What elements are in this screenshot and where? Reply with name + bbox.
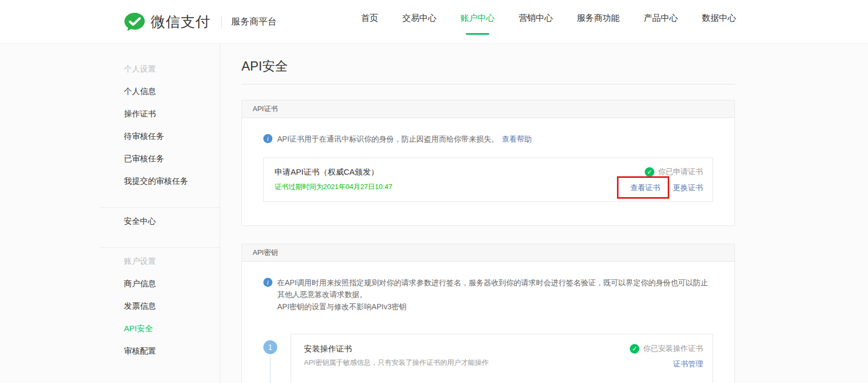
nav-product-center[interactable]: 产品中心	[644, 9, 678, 35]
check-circle-icon: ✓	[645, 167, 654, 177]
nav-service-provider-features[interactable]: 服务商功能	[577, 9, 620, 35]
sidebar-item-pending-review-tasks[interactable]: 待审核任务	[124, 125, 220, 147]
check-circle-icon: ✓	[630, 344, 639, 354]
step-install-cert: 1 安装操作证书 API密钥属于敏感信息，只有安装了操作证书的用户才能操作 ✓	[263, 334, 713, 383]
sidebar-item-my-submitted-review-tasks[interactable]: 我提交的审核任务	[124, 170, 220, 192]
sidebar-item-api-security[interactable]: API安全	[124, 317, 220, 340]
api-key-section-title: API密钥	[242, 244, 734, 262]
logo-text: 微信支付	[151, 12, 210, 32]
sidebar: 个人设置 个人信息 操作证书 待审核任务 已审核任务 我提交的审核任务 安全中心…	[0, 44, 220, 383]
nav-transaction-center[interactable]: 交易中心	[402, 9, 436, 35]
step-number-badge: 1	[263, 340, 277, 354]
nav-marketing-center[interactable]: 营销中心	[519, 9, 553, 35]
view-cert-link[interactable]: 查看证书	[630, 183, 660, 192]
cert-box-title: 申请API证书（权威CA颁发）	[275, 167, 392, 177]
top-nav: 首页 交易中心 账户中心 营销中心 服务商功能 产品中心 数据中心	[361, 9, 736, 35]
sidebar-group-account-settings: 账户设置	[124, 250, 220, 272]
step-box: 安装操作证书 API密钥属于敏感信息，只有安装了操作证书的用户才能操作 ✓ 你已…	[291, 334, 713, 383]
sidebar-divider	[99, 247, 220, 248]
brand-divider	[221, 15, 222, 28]
cert-box-left: 申请API证书（权威CA颁发） 证书过期时间为2021年04月27日10:47	[275, 167, 392, 193]
step-description: API密钥属于敏感信息，只有安装了操作证书的用户才能操作	[304, 358, 489, 368]
main-content: API安全 API证书 i API证书用于在通讯中标识你的身份，防止因盗用而给你…	[220, 44, 868, 383]
sidebar-item-operation-cert[interactable]: 操作证书	[124, 103, 220, 125]
step-connector-line	[270, 357, 271, 383]
cert-installed-status: 你已安装操作证书	[643, 344, 703, 354]
view-help-link[interactable]: 查看帮助	[502, 133, 532, 145]
api-key-info-row: i 在API调用时用来按照指定规则对你的请求参数进行签名，服务器收到你的请求时会…	[263, 277, 713, 312]
sidebar-item-security-center[interactable]: 安全中心	[124, 210, 220, 232]
nav-account-center[interactable]: 账户中心	[460, 9, 495, 35]
title-divider	[241, 84, 735, 84]
api-cert-section-title: API证书	[242, 100, 734, 118]
api-key-info-text: 在API调用时用来按照指定规则对你的请求参数进行签名，服务器收到你的请求时会进行…	[277, 277, 713, 300]
platform-label: 服务商平台	[231, 15, 277, 28]
info-icon: i	[263, 278, 272, 287]
brand: 微信支付 服务商平台	[124, 12, 277, 32]
sidebar-item-merchant-info[interactable]: 商户信息	[124, 272, 220, 295]
nav-home[interactable]: 首页	[361, 9, 378, 35]
page-title: API安全	[241, 58, 735, 75]
step-marker: 1	[263, 334, 291, 383]
sidebar-divider	[99, 207, 220, 208]
cert-status-box: 申请API证书（权威CA颁发） 证书过期时间为2021年04月27日10:47 …	[263, 158, 713, 202]
nav-data-center[interactable]: 数据中心	[702, 9, 736, 35]
sidebar-item-personal-info[interactable]: 个人信息	[124, 80, 220, 103]
cert-management-link[interactable]: 证书管理	[673, 359, 703, 369]
cert-status-row: ✓ 你已申请证书	[645, 167, 703, 177]
cert-box-right: ✓ 你已申请证书 查看证书 更换证书	[630, 167, 703, 193]
wechat-pay-logo-icon	[124, 12, 145, 32]
step-title: 安装操作证书	[304, 344, 489, 354]
step-box-right: ✓ 你已安装操作证书 证书管理	[630, 344, 703, 383]
sidebar-item-invoice-info[interactable]: 发票信息	[124, 295, 220, 317]
cert-applied-status: 你已申请证书	[658, 167, 703, 177]
api-key-section: API密钥 i 在API调用时用来按照指定规则对你的请求参数进行签名，服务器收到…	[241, 244, 735, 383]
api-key-info-note: API密钥的设置与修改不影响APIv3密钥	[277, 301, 713, 312]
api-cert-info-text: API证书用于在通讯中标识你的身份，防止因盗用而给你带来损失。	[277, 133, 499, 145]
step-status-row: ✓ 你已安装操作证书	[630, 344, 703, 354]
sidebar-item-reviewed-tasks[interactable]: 已审核任务	[124, 147, 220, 170]
step-box-left: 安装操作证书 API密钥属于敏感信息，只有安装了操作证书的用户才能操作	[304, 344, 489, 383]
sidebar-item-review-config[interactable]: 审核配置	[124, 340, 220, 362]
top-header: 微信支付 服务商平台 首页 交易中心 账户中心 营销中心 服务商功能 产品中心 …	[0, 0, 868, 44]
cert-expiry-text: 证书过期时间为2021年04月27日10:47	[275, 182, 392, 192]
api-cert-info-row: i API证书用于在通讯中标识你的身份，防止因盗用而给你带来损失。 查看帮助	[263, 133, 713, 145]
replace-cert-link[interactable]: 更换证书	[673, 183, 703, 193]
sidebar-group-personal-settings: 个人设置	[124, 58, 220, 80]
info-icon: i	[263, 134, 272, 143]
api-cert-section: API证书 i API证书用于在通讯中标识你的身份，防止因盗用而给你带来损失。 …	[241, 100, 735, 226]
